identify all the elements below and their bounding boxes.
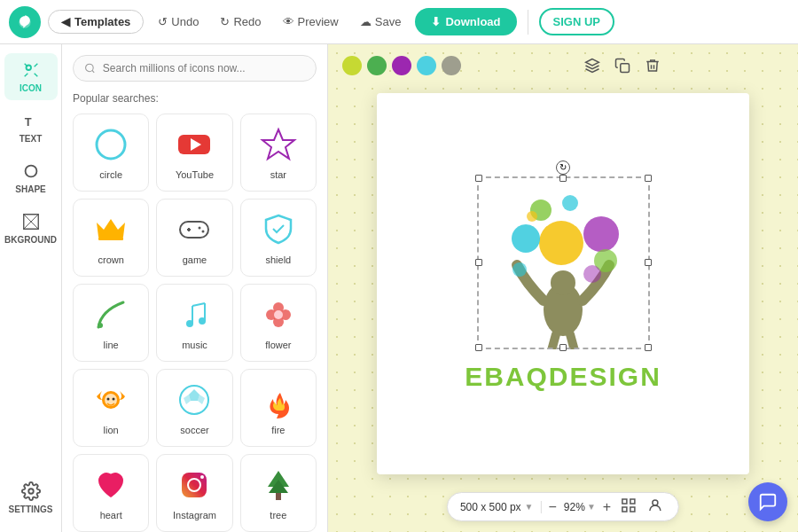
svg-point-15 [98,323,103,328]
icon-cell-flower[interactable]: flower [240,284,317,362]
icon-cell-soccer[interactable]: soccer [156,369,232,447]
sidebar-item-text[interactable]: T TEXT [4,104,58,151]
svg-point-4 [86,64,94,72]
svg-rect-39 [621,64,630,73]
back-arrow-icon: ◀ [61,15,70,28]
svg-point-48 [512,262,527,277]
icon-cell-circle[interactable]: circle [73,113,149,192]
svg-marker-8 [262,129,294,159]
sidebar-item-icon-label: ICON [20,83,42,93]
svg-point-13 [199,227,201,230]
svg-text:T: T [24,115,31,129]
sidebar: ICON T TEXT SHAPE BKGROUND SETTINGS [0,44,62,532]
icon-cell-lion[interactable]: lion [73,369,149,447]
svg-point-49 [583,265,601,283]
icon-panel: Popular searches: circle YouTube star cr… [62,44,328,532]
signup-label: SIGN UP [553,15,600,28]
svg-marker-30 [189,389,200,401]
icon-cell-crown[interactable]: crown [73,199,149,277]
svg-rect-51 [622,499,627,504]
icon-label: Instagram [173,510,216,520]
icon-cell-line[interactable]: line [73,284,149,362]
secondary-toolbar [328,53,798,78]
sidebar-item-background-label: BKGROUND [4,235,57,245]
signup-button[interactable]: SIGN UP [539,8,614,35]
undo-button[interactable]: ↺ Undo [151,11,206,33]
zoom-label: 92% [564,501,585,513]
zoom-out-button[interactable]: − [547,499,559,515]
preview-label: Preview [298,15,339,28]
canvas-area: ↻ [328,44,798,532]
zoom-dropdown-icon: ▼ [587,502,596,512]
zoom-controls: − 92% ▼ + [547,499,614,515]
svg-rect-52 [630,499,635,504]
undo-label: Undo [171,15,199,28]
templates-button[interactable]: ◀ Templates [48,10,144,34]
svg-point-55 [653,500,658,505]
save-button[interactable]: ☁ Save [353,11,409,33]
sidebar-item-shape[interactable]: SHAPE [4,154,58,201]
user-button[interactable] [645,498,666,515]
color-swatches [342,56,461,75]
chat-button[interactable] [748,482,787,521]
icon-label: star [270,169,286,180]
icon-cell-game[interactable]: game [156,199,232,277]
icon-cell-tree[interactable]: tree [240,454,317,532]
svg-point-26 [105,394,117,406]
redo-icon: ↻ [220,15,230,28]
icon-grid: circle YouTube star crown game [73,113,317,532]
size-label: 500 x 500 px [460,501,521,513]
main-layout: ICON T TEXT SHAPE BKGROUND SETTINGS Popu… [0,44,798,532]
svg-rect-10 [180,222,208,238]
svg-point-24 [274,310,283,319]
delete-button[interactable] [640,53,665,78]
icon-cell-instagram[interactable]: Instagram [156,454,232,532]
svg-point-44 [512,224,540,253]
icon-label: soccer [180,425,208,435]
sidebar-item-background[interactable]: BKGROUND [4,205,58,252]
size-dropdown-icon: ▼ [525,502,534,512]
search-input[interactable] [103,62,305,74]
download-button[interactable]: ⬇ Download [415,8,516,35]
app-logo [9,6,41,38]
icon-cell-fire[interactable]: fire [240,369,317,447]
sidebar-item-icon[interactable]: ICON [4,53,58,100]
icon-label: YouTube [176,169,214,180]
sidebar-item-shape-label: SHAPE [15,184,45,194]
color-swatch-1[interactable] [367,56,387,75]
grid-button[interactable] [618,498,639,515]
redo-label: Redo [233,15,261,28]
icon-label: crown [98,254,123,265]
icon-cell-youtube[interactable]: YouTube [156,113,232,192]
preview-icon: 👁 [283,15,294,28]
color-swatch-2[interactable] [392,56,411,75]
svg-rect-9 [98,237,123,240]
layers-button[interactable] [580,53,605,78]
icon-cell-heart[interactable]: heart [73,454,149,532]
canvas-size-selector[interactable]: 500 x 500 px ▼ [460,501,542,513]
icon-cell-star[interactable]: star [240,113,317,192]
chat-icon [758,492,778,512]
svg-rect-38 [276,493,281,500]
zoom-in-button[interactable]: + [601,499,613,515]
sidebar-item-settings[interactable]: SETTINGS [4,474,58,521]
zoom-value[interactable]: 92% ▼ [564,501,596,513]
color-swatch-0[interactable] [342,56,362,75]
svg-point-42 [539,221,583,265]
download-label: Download [445,15,500,28]
canvas-container: ↻ [377,93,749,474]
icon-cell-shield[interactable]: shield [240,199,317,277]
rotate-handle[interactable]: ↻ [556,160,570,175]
duplicate-button[interactable] [610,53,635,78]
search-box[interactable] [73,55,317,82]
color-swatch-3[interactable] [417,56,436,75]
sidebar-item-settings-label: SETTINGS [8,505,52,514]
svg-point-28 [113,398,115,401]
icon-label: heart [100,510,122,520]
preview-button[interactable]: 👁 Preview [276,11,346,33]
templates-label: Templates [74,15,130,28]
redo-button[interactable]: ↻ Redo [213,11,268,33]
brand-name: EBAQDESIGN [465,362,661,392]
color-swatch-4[interactable] [442,56,461,75]
icon-cell-music[interactable]: music [156,284,232,362]
